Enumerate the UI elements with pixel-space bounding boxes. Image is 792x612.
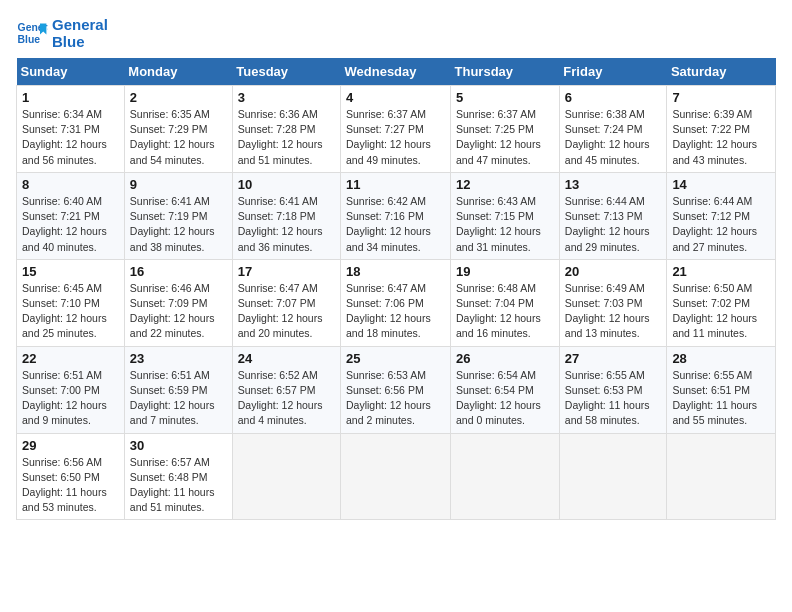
calendar-body: 1 Sunrise: 6:34 AMSunset: 7:31 PMDayligh…: [17, 86, 776, 520]
day-info: Sunrise: 6:53 AMSunset: 6:56 PMDaylight:…: [346, 368, 445, 429]
day-number: 5: [456, 90, 554, 105]
day-number: 19: [456, 264, 554, 279]
day-number: 22: [22, 351, 119, 366]
day-info: Sunrise: 6:47 AMSunset: 7:07 PMDaylight:…: [238, 281, 335, 342]
calendar-cell: 30 Sunrise: 6:57 AMSunset: 6:48 PMDaylig…: [124, 433, 232, 520]
day-number: 30: [130, 438, 227, 453]
day-number: 17: [238, 264, 335, 279]
day-number: 28: [672, 351, 770, 366]
day-info: Sunrise: 6:41 AMSunset: 7:18 PMDaylight:…: [238, 194, 335, 255]
day-number: 7: [672, 90, 770, 105]
calendar-header-saturday: Saturday: [667, 58, 776, 86]
calendar-cell: 5 Sunrise: 6:37 AMSunset: 7:25 PMDayligh…: [451, 86, 560, 173]
day-info: Sunrise: 6:49 AMSunset: 7:03 PMDaylight:…: [565, 281, 662, 342]
day-info: Sunrise: 6:44 AMSunset: 7:13 PMDaylight:…: [565, 194, 662, 255]
day-info: Sunrise: 6:48 AMSunset: 7:04 PMDaylight:…: [456, 281, 554, 342]
logo-icon: General Blue: [16, 17, 48, 49]
day-info: Sunrise: 6:55 AMSunset: 6:53 PMDaylight:…: [565, 368, 662, 429]
calendar-cell: 1 Sunrise: 6:34 AMSunset: 7:31 PMDayligh…: [17, 86, 125, 173]
day-info: Sunrise: 6:38 AMSunset: 7:24 PMDaylight:…: [565, 107, 662, 168]
day-number: 25: [346, 351, 445, 366]
calendar-cell: 25 Sunrise: 6:53 AMSunset: 6:56 PMDaylig…: [341, 346, 451, 433]
day-number: 8: [22, 177, 119, 192]
day-number: 27: [565, 351, 662, 366]
day-number: 18: [346, 264, 445, 279]
day-info: Sunrise: 6:51 AMSunset: 7:00 PMDaylight:…: [22, 368, 119, 429]
day-number: 1: [22, 90, 119, 105]
calendar-cell: 21 Sunrise: 6:50 AMSunset: 7:02 PMDaylig…: [667, 259, 776, 346]
calendar-cell: [232, 433, 340, 520]
calendar-cell: 11 Sunrise: 6:42 AMSunset: 7:16 PMDaylig…: [341, 172, 451, 259]
calendar-header-row: SundayMondayTuesdayWednesdayThursdayFrid…: [17, 58, 776, 86]
calendar-header-sunday: Sunday: [17, 58, 125, 86]
day-number: 16: [130, 264, 227, 279]
day-info: Sunrise: 6:40 AMSunset: 7:21 PMDaylight:…: [22, 194, 119, 255]
day-info: Sunrise: 6:44 AMSunset: 7:12 PMDaylight:…: [672, 194, 770, 255]
calendar-cell: 8 Sunrise: 6:40 AMSunset: 7:21 PMDayligh…: [17, 172, 125, 259]
day-number: 23: [130, 351, 227, 366]
day-number: 29: [22, 438, 119, 453]
calendar-cell: [451, 433, 560, 520]
day-info: Sunrise: 6:51 AMSunset: 6:59 PMDaylight:…: [130, 368, 227, 429]
day-info: Sunrise: 6:39 AMSunset: 7:22 PMDaylight:…: [672, 107, 770, 168]
day-number: 13: [565, 177, 662, 192]
day-number: 2: [130, 90, 227, 105]
day-number: 4: [346, 90, 445, 105]
calendar-header-monday: Monday: [124, 58, 232, 86]
day-info: Sunrise: 6:50 AMSunset: 7:02 PMDaylight:…: [672, 281, 770, 342]
day-number: 26: [456, 351, 554, 366]
calendar-cell: 9 Sunrise: 6:41 AMSunset: 7:19 PMDayligh…: [124, 172, 232, 259]
day-info: Sunrise: 6:55 AMSunset: 6:51 PMDaylight:…: [672, 368, 770, 429]
day-info: Sunrise: 6:34 AMSunset: 7:31 PMDaylight:…: [22, 107, 119, 168]
calendar-week-3: 15 Sunrise: 6:45 AMSunset: 7:10 PMDaylig…: [17, 259, 776, 346]
calendar-cell: 14 Sunrise: 6:44 AMSunset: 7:12 PMDaylig…: [667, 172, 776, 259]
calendar-cell: 24 Sunrise: 6:52 AMSunset: 6:57 PMDaylig…: [232, 346, 340, 433]
day-info: Sunrise: 6:37 AMSunset: 7:27 PMDaylight:…: [346, 107, 445, 168]
day-info: Sunrise: 6:45 AMSunset: 7:10 PMDaylight:…: [22, 281, 119, 342]
calendar-cell: 6 Sunrise: 6:38 AMSunset: 7:24 PMDayligh…: [559, 86, 667, 173]
calendar-cell: 13 Sunrise: 6:44 AMSunset: 7:13 PMDaylig…: [559, 172, 667, 259]
calendar-cell: 12 Sunrise: 6:43 AMSunset: 7:15 PMDaylig…: [451, 172, 560, 259]
day-number: 11: [346, 177, 445, 192]
calendar-cell: 10 Sunrise: 6:41 AMSunset: 7:18 PMDaylig…: [232, 172, 340, 259]
calendar-cell: 17 Sunrise: 6:47 AMSunset: 7:07 PMDaylig…: [232, 259, 340, 346]
day-number: 3: [238, 90, 335, 105]
day-number: 20: [565, 264, 662, 279]
calendar-cell: [559, 433, 667, 520]
logo-text: GeneralBlue: [52, 16, 108, 50]
day-info: Sunrise: 6:37 AMSunset: 7:25 PMDaylight:…: [456, 107, 554, 168]
calendar-cell: 3 Sunrise: 6:36 AMSunset: 7:28 PMDayligh…: [232, 86, 340, 173]
calendar-cell: 22 Sunrise: 6:51 AMSunset: 7:00 PMDaylig…: [17, 346, 125, 433]
day-info: Sunrise: 6:35 AMSunset: 7:29 PMDaylight:…: [130, 107, 227, 168]
calendar-week-5: 29 Sunrise: 6:56 AMSunset: 6:50 PMDaylig…: [17, 433, 776, 520]
calendar-cell: 7 Sunrise: 6:39 AMSunset: 7:22 PMDayligh…: [667, 86, 776, 173]
calendar-cell: 19 Sunrise: 6:48 AMSunset: 7:04 PMDaylig…: [451, 259, 560, 346]
calendar-cell: 15 Sunrise: 6:45 AMSunset: 7:10 PMDaylig…: [17, 259, 125, 346]
day-number: 10: [238, 177, 335, 192]
calendar-header-wednesday: Wednesday: [341, 58, 451, 86]
day-info: Sunrise: 6:41 AMSunset: 7:19 PMDaylight:…: [130, 194, 227, 255]
calendar-cell: 2 Sunrise: 6:35 AMSunset: 7:29 PMDayligh…: [124, 86, 232, 173]
calendar-cell: 26 Sunrise: 6:54 AMSunset: 6:54 PMDaylig…: [451, 346, 560, 433]
svg-text:Blue: Blue: [18, 34, 41, 45]
day-number: 14: [672, 177, 770, 192]
calendar-cell: 20 Sunrise: 6:49 AMSunset: 7:03 PMDaylig…: [559, 259, 667, 346]
day-info: Sunrise: 6:56 AMSunset: 6:50 PMDaylight:…: [22, 455, 119, 516]
calendar-week-1: 1 Sunrise: 6:34 AMSunset: 7:31 PMDayligh…: [17, 86, 776, 173]
calendar-header-friday: Friday: [559, 58, 667, 86]
calendar-cell: [667, 433, 776, 520]
day-info: Sunrise: 6:57 AMSunset: 6:48 PMDaylight:…: [130, 455, 227, 516]
calendar-table: SundayMondayTuesdayWednesdayThursdayFrid…: [16, 58, 776, 520]
day-info: Sunrise: 6:52 AMSunset: 6:57 PMDaylight:…: [238, 368, 335, 429]
calendar-cell: 23 Sunrise: 6:51 AMSunset: 6:59 PMDaylig…: [124, 346, 232, 433]
day-number: 21: [672, 264, 770, 279]
day-info: Sunrise: 6:43 AMSunset: 7:15 PMDaylight:…: [456, 194, 554, 255]
page-header: General Blue GeneralBlue: [16, 16, 776, 50]
day-info: Sunrise: 6:36 AMSunset: 7:28 PMDaylight:…: [238, 107, 335, 168]
day-number: 6: [565, 90, 662, 105]
day-number: 24: [238, 351, 335, 366]
logo: General Blue GeneralBlue: [16, 16, 108, 50]
day-info: Sunrise: 6:54 AMSunset: 6:54 PMDaylight:…: [456, 368, 554, 429]
calendar-week-4: 22 Sunrise: 6:51 AMSunset: 7:00 PMDaylig…: [17, 346, 776, 433]
calendar-cell: 4 Sunrise: 6:37 AMSunset: 7:27 PMDayligh…: [341, 86, 451, 173]
